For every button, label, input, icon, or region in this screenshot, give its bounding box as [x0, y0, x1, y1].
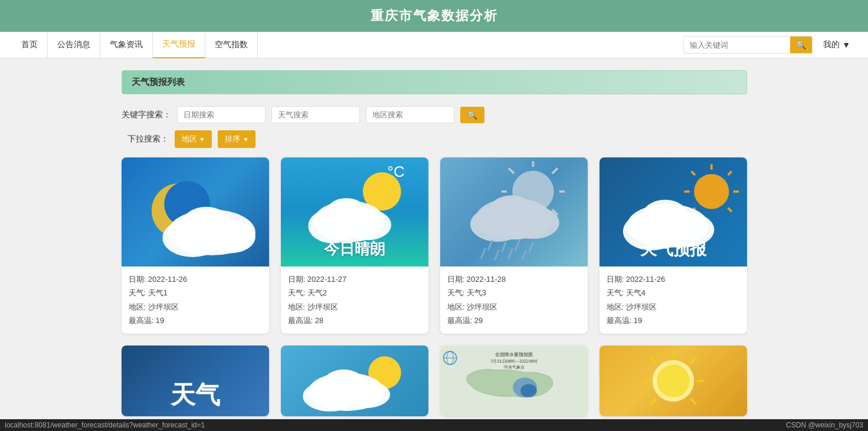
- weather-card-3[interactable]: 日期: 2022-11-28 天气: 天气3 地区: 沙坪坝区 最高温: 29: [440, 157, 588, 334]
- region-dropdown-icon: ▼: [199, 136, 205, 143]
- my-label: 我的: [823, 40, 840, 50]
- keyword-filter-row: 关键字搜索： 🔍: [122, 106, 747, 123]
- card-5-text: 天气: [171, 379, 220, 412]
- card-3-maxtemp: 最高温: 29: [447, 314, 581, 327]
- card-4-info: 日期: 2022-11-26 天气: 天气4 地区: 沙坪坝区 最高温: 19: [600, 267, 747, 334]
- weather-card-6[interactable]: [281, 346, 428, 416]
- card-1-maxtemp: 最高温: 19: [129, 314, 262, 327]
- card-3-date: 日期: 2022-11-28: [447, 272, 581, 286]
- svg-text:°C: °C: [387, 163, 404, 180]
- nav-air-index[interactable]: 空气指数: [205, 32, 258, 58]
- card-3-weather: 天气: 天气3: [447, 286, 581, 300]
- my-dropdown-icon: ▼: [842, 40, 850, 50]
- weather-card-7[interactable]: 全国降水量预报图 7月21日08时—22日08时 中央气象台: [440, 346, 588, 416]
- status-bar: localhost:8081/weather_forecast/details?…: [0, 419, 868, 428]
- card-6-image: [281, 346, 428, 416]
- region-dropdown-button[interactable]: 地区 ▼: [175, 130, 212, 148]
- svg-line-62: [651, 358, 654, 363]
- region-search-input[interactable]: [366, 106, 454, 123]
- svg-point-47: [323, 369, 364, 397]
- svg-line-25: [515, 241, 519, 250]
- svg-line-23: [488, 241, 492, 250]
- card-1-weather: 天气: 天气1: [129, 286, 262, 300]
- navbar: 首页 公告消息 气象资讯 天气预报 空气指数 🔍 我的 ▼: [0, 32, 868, 58]
- nav-items: 首页 公告消息 气象资讯 天气预报 空气指数: [12, 32, 683, 58]
- card-6-weather-icon: [281, 346, 428, 416]
- card-5-image: 天气: [122, 346, 269, 416]
- weather-cards-row-2: 天气 全国降水量预报图 7月21日08时—22日08时: [122, 346, 747, 416]
- svg-point-11: [325, 198, 366, 229]
- card-7-image: 全国降水量预报图 7月21日08时—22日08时 中央气象台: [440, 346, 588, 416]
- card-2-image: °C 今日晴朗: [281, 157, 428, 267]
- header-search-box: 🔍: [683, 36, 813, 54]
- card-7-map-icon: 全国降水量预报图 7月21日08时—22日08时 中央气象台: [440, 346, 588, 416]
- svg-line-27: [481, 249, 484, 258]
- card-1-image: [122, 157, 269, 267]
- weather-card-2[interactable]: °C 今日晴朗 日期: 2022-11-27 天气: 天气2 地区: 沙坪坝区 …: [281, 157, 428, 334]
- card-3-image: [440, 157, 588, 267]
- svg-line-14: [552, 168, 557, 173]
- card-3-weather-icon: [440, 157, 588, 267]
- header-search-button[interactable]: 🔍: [790, 37, 812, 53]
- keyword-filter-label: 关键字搜索：: [122, 110, 171, 120]
- svg-line-29: [508, 249, 512, 258]
- nav-right: 🔍 我的 ▼: [683, 36, 856, 54]
- svg-point-52: [520, 384, 537, 397]
- page-banner: 重庆市气象数据分析: [0, 0, 868, 32]
- svg-line-61: [691, 399, 695, 403]
- card-4-date: 日期: 2022-11-26: [607, 272, 740, 286]
- nav-home[interactable]: 首页: [12, 32, 48, 58]
- my-account-button[interactable]: 我的 ▼: [817, 40, 856, 50]
- banner-title: 重庆市气象数据分析: [371, 8, 498, 23]
- search-filters: 关键字搜索： 🔍 下拉搜索： 地区 ▼ 排序 ▼: [122, 106, 747, 148]
- svg-line-28: [494, 251, 498, 260]
- card-2-region: 地区: 沙坪坝区: [288, 300, 421, 314]
- card-4-weather: 天气: 天气4: [607, 286, 740, 300]
- weather-search-input[interactable]: [271, 106, 360, 123]
- watermark-text: CSDN @weixin_bysj703: [786, 421, 863, 428]
- nav-announcements[interactable]: 公告消息: [48, 32, 100, 58]
- weather-card-5[interactable]: 天气: [122, 346, 269, 416]
- svg-line-17: [508, 168, 513, 173]
- svg-line-26: [529, 242, 532, 252]
- weather-card-8[interactable]: [600, 346, 747, 416]
- svg-point-22: [489, 195, 533, 226]
- sort-dropdown-button[interactable]: 排序 ▼: [218, 130, 256, 148]
- weather-card-1[interactable]: 日期: 2022-11-26 天气: 天气1 地区: 沙坪坝区 最高温: 19: [122, 157, 269, 334]
- nav-weather-forecast[interactable]: 天气预报: [153, 32, 205, 58]
- card-2-weather: 天气: 天气2: [288, 286, 421, 300]
- svg-point-5: [181, 207, 230, 242]
- weather-cards-row-1: 日期: 2022-11-26 天气: 天气1 地区: 沙坪坝区 最高温: 19 …: [122, 157, 747, 334]
- status-url: localhost:8081/weather_forecast/details?…: [5, 421, 205, 428]
- card-8-weather-icon: [600, 346, 747, 416]
- sort-btn-label: 排序: [225, 134, 240, 144]
- svg-line-64: [651, 399, 654, 403]
- svg-line-24: [502, 242, 505, 252]
- nav-weather-news[interactable]: 气象资讯: [100, 32, 153, 58]
- weather-card-4[interactable]: 天气预报 日期: 2022-11-26 天气: 天气4 地区: 沙坪坝区 最高温…: [600, 157, 747, 334]
- sort-dropdown-icon: ▼: [243, 136, 248, 143]
- svg-text:全国降水量预报图: 全国降水量预报图: [495, 351, 533, 357]
- card-2-maxtemp: 最高温: 28: [288, 314, 421, 327]
- svg-line-36: [691, 172, 695, 175]
- svg-point-42: [642, 200, 688, 233]
- date-search-input[interactable]: [177, 106, 266, 123]
- svg-text:中央气象台: 中央气象台: [503, 364, 524, 369]
- card-3-region: 地区: 沙坪坝区: [447, 300, 581, 314]
- filter-search-button[interactable]: 🔍: [460, 107, 484, 123]
- svg-line-35: [728, 208, 731, 212]
- card-2-text-overlay: 今日晴朗: [324, 239, 385, 259]
- header-search-input[interactable]: [684, 38, 790, 52]
- section-header: 天气预报列表: [122, 70, 747, 94]
- svg-point-31: [694, 174, 729, 209]
- card-4-maxtemp: 最高温: 19: [607, 314, 740, 327]
- card-1-date: 日期: 2022-11-26: [129, 272, 262, 286]
- svg-point-57: [657, 364, 690, 397]
- region-btn-label: 地区: [182, 134, 197, 144]
- card-4-image: 天气预报: [600, 157, 747, 267]
- card-2-date: 日期: 2022-11-27: [288, 272, 421, 286]
- card-8-image: [600, 346, 747, 416]
- card-1-region: 地区: 沙坪坝区: [129, 300, 262, 314]
- svg-line-59: [691, 358, 695, 363]
- card-2-info: 日期: 2022-11-27 天气: 天气2 地区: 沙坪坝区 最高温: 28: [281, 267, 428, 334]
